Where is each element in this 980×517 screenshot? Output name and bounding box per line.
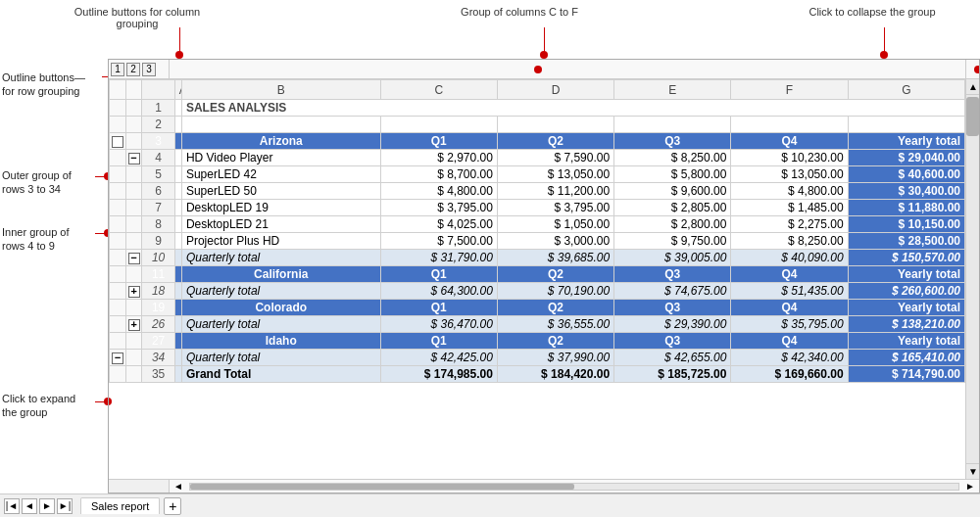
outline-r4-2: −: [125, 150, 142, 166]
sheet-nav-prev[interactable]: ◄: [22, 498, 37, 514]
bottom-bar: |◄ ◄ ► ►| Sales report +: [0, 494, 980, 517]
cell-9-B: Projector Plus HD: [181, 233, 380, 250]
cell-7-B: DesktopLED 19: [181, 200, 380, 216]
ann-outer-group-text: Outer group ofrows 3 to 34: [2, 168, 72, 197]
cell-3-A: [174, 133, 181, 150]
outline-r10-2: −: [125, 250, 142, 266]
cell-10-G: $ 150,570.00: [848, 250, 964, 266]
plus-btn-1[interactable]: +: [128, 286, 140, 298]
spreadsheet-table: A B C D E F G: [109, 79, 965, 383]
ann-outline-dot: [175, 51, 183, 59]
cell-19-B: Colorado: [181, 300, 380, 316]
cell-5-D: $ 13,050.00: [497, 166, 613, 183]
cell-7-F: $ 1,485.00: [731, 200, 848, 216]
cell-11-G: Yearly total: [848, 266, 964, 283]
cell-3-E: Q3: [614, 133, 731, 150]
cell-11-C: Q1: [380, 266, 497, 283]
cell-26-G: $ 138,210.00: [848, 316, 964, 333]
outline-r3-2: [125, 133, 142, 150]
minus-btn-inner2[interactable]: −: [128, 253, 140, 264]
cell-4-F: $ 10,230.00: [731, 150, 848, 166]
outline-r7-1: [110, 200, 126, 216]
cell-4-E: $ 8,250.00: [614, 150, 731, 166]
cell-34-D: $ 37,990.00: [497, 350, 613, 366]
cell-34-E: $ 42,655.00: [614, 350, 731, 366]
cell-6-B: SuperLED 50: [181, 183, 380, 200]
cell-9-E: $ 9,750.00: [614, 233, 731, 250]
rownum-19: 19: [142, 300, 174, 316]
outline-btn-2[interactable]: 2: [126, 63, 140, 76]
rownum-11: 11: [142, 266, 174, 283]
cell-19-A: [174, 300, 181, 316]
col-group-dot-left: [534, 66, 542, 73]
ann-group-dot: [540, 51, 548, 59]
row-outline-buttons[interactable]: 1 2 3: [109, 60, 170, 78]
scroll-thumb-v[interactable]: [966, 97, 979, 136]
sheet-nav-next[interactable]: ►: [39, 498, 55, 514]
outline-r8-2: [125, 216, 142, 233]
cell-27-C: Q1: [380, 333, 497, 350]
cell-27-B: Idaho: [181, 333, 380, 350]
cell-34-B: Quarterly total: [181, 350, 380, 366]
cell-19-D: Q2: [497, 300, 613, 316]
cell-9-D: $ 3,000.00: [497, 233, 613, 250]
outline-r8-1: [110, 216, 126, 233]
cell-5-C: $ 8,700.00: [380, 166, 497, 183]
col-C-header: C: [380, 80, 497, 100]
rownum-35: 35: [142, 366, 174, 383]
cell-3-G: Yearly total: [848, 133, 964, 150]
cell-4-C: $ 2,970.00: [380, 150, 497, 166]
outline-r11-1: [110, 266, 126, 283]
cell-10-E: $ 39,005.00: [614, 250, 731, 266]
scroll-down-btn[interactable]: ▼: [966, 463, 979, 479]
col-header-row: A B C D E F G: [110, 80, 965, 100]
cell-5-F: $ 13,050.00: [731, 166, 848, 183]
cell-10-B: Quarterly total: [181, 250, 380, 266]
sheet-tab-sales[interactable]: Sales report: [80, 497, 160, 514]
cell-7-D: $ 3,795.00: [497, 200, 613, 216]
outline-btn-1[interactable]: 1: [111, 63, 124, 76]
cell-3-F: Q4: [731, 133, 848, 150]
cell-8-F: $ 2,275.00: [731, 216, 848, 233]
cell-9-G: $ 28,500.00: [848, 233, 964, 250]
scroll-track-v[interactable]: [966, 136, 979, 463]
rownum-18: 18: [142, 283, 174, 300]
ann-collapse-text: Click to collapse the group: [784, 6, 960, 18]
cell-35-C: $ 174,985.00: [380, 366, 497, 383]
outline-btn-3[interactable]: 3: [142, 63, 156, 76]
plus-btn-2[interactable]: +: [128, 319, 140, 331]
horizontal-scrollbar-area: ◄ ►: [109, 479, 979, 493]
table-row: 19 Colorado Q1 Q2 Q3 Q4 Yearly total: [110, 300, 965, 316]
cell-4-G: $ 29,040.00: [848, 150, 964, 166]
scroll-up-btn[interactable]: ▲: [966, 79, 979, 95]
outline-r26-1: [110, 316, 126, 333]
outline-r6-2: [125, 183, 142, 200]
vertical-scrollbar[interactable]: ▲ ▼: [965, 79, 979, 479]
cell-35-D: $ 184,420.00: [497, 366, 613, 383]
scroll-left-btn[interactable]: ◄: [170, 481, 187, 492]
cell-27-E: Q3: [614, 333, 731, 350]
cell-2-G: [848, 117, 964, 133]
cell-27-F: Q4: [731, 333, 848, 350]
table-row: − 4 HD Video Player $ 2,970.00 $ 7,590.0…: [110, 150, 965, 166]
cell-18-F: $ 51,435.00: [731, 283, 848, 300]
sheet-nav-last[interactable]: ►|: [57, 498, 73, 514]
scroll-track-h[interactable]: [189, 483, 959, 491]
sheet-nav-buttons[interactable]: |◄ ◄ ► ►|: [4, 498, 73, 514]
outline-r27-2: [125, 333, 142, 350]
minus-btn-outer2[interactable]: −: [112, 352, 123, 364]
sheet-nav-first[interactable]: |◄: [4, 498, 20, 514]
outline-r19-1: [110, 300, 126, 316]
cell-6-D: $ 11,200.00: [497, 183, 613, 200]
table-row: + 26 Quarterly total $ 36,470.00 $ 36,55…: [110, 316, 965, 333]
add-sheet-button[interactable]: +: [164, 497, 181, 515]
scroll-right-btn[interactable]: ►: [961, 481, 979, 492]
cell-2-F: [731, 117, 848, 133]
minus-btn-outer[interactable]: −: [112, 136, 123, 148]
cell-1-A: [174, 100, 181, 117]
table-row: 5 SuperLED 42 $ 8,700.00 $ 13,050.00 $ 5…: [110, 166, 965, 183]
minus-btn-inner[interactable]: −: [128, 153, 140, 164]
ann-inner-group-text: Inner group ofrows 4 to 9: [2, 225, 70, 254]
scroll-thumb-h[interactable]: [190, 484, 574, 490]
table-row: 7 DesktopLED 19 $ 3,795.00 $ 3,795.00 $ …: [110, 200, 965, 216]
